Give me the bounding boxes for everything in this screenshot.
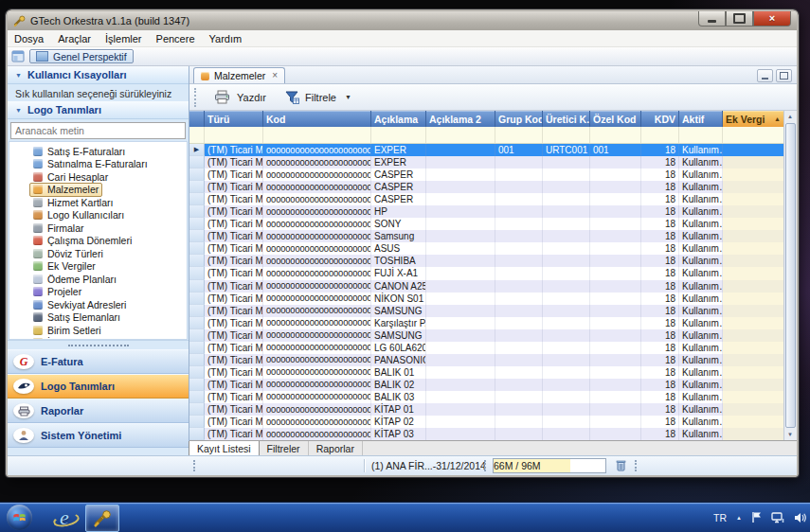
minimize-button[interactable]: [698, 11, 726, 27]
column-header-açıklama-2[interactable]: Açıklama 2: [426, 111, 495, 127]
table-row[interactable]: (TM) Ticari Mal000000000000000000000012H…: [189, 205, 784, 218]
scroll-up-icon[interactable]: ▲: [784, 111, 796, 122]
table-row[interactable]: (TM) Ticari Mal000000000000000000000011C…: [189, 193, 784, 205]
bottom-tab-filtreler[interactable]: Filtreler: [260, 441, 309, 455]
filter-cell[interactable]: [426, 127, 495, 143]
table-row[interactable]: ▶(TM) Ticari Mal000000000000000000000007…: [189, 144, 784, 156]
filter-button[interactable]: Filtrele ▼: [281, 89, 355, 106]
garbage-collect-button[interactable]: [616, 459, 626, 473]
sidebar-item-cari-hesaplar[interactable]: Cari Hesaplar: [9, 170, 187, 184]
sidebar-item-satış-e-faturaları[interactable]: Satış E-Faturaları: [9, 145, 187, 158]
filter-cell[interactable]: [371, 127, 426, 143]
sidebar-item-hizmet-kartları[interactable]: Hizmet Kartları: [9, 196, 187, 209]
table-row[interactable]: (TM) Ticari Mal000000000000000000000017F…: [189, 267, 784, 279]
column-header-özel-kod[interactable]: Özel Kod: [590, 111, 641, 127]
bottom-tab-raporlar[interactable]: Raporlar: [309, 441, 363, 455]
filter-cell[interactable]: [263, 127, 371, 143]
filter-dropdown-caret-icon[interactable]: ▼: [345, 94, 351, 100]
table-row[interactable]: (TM) Ticari Mal000000000000000000000014S…: [189, 230, 784, 242]
close-button[interactable]: ×: [753, 11, 791, 27]
column-header-grup-kodu[interactable]: Grup Kodu: [495, 111, 543, 127]
shortcuts-section-header[interactable]: ▼ Kullanıcı Kısayolları: [8, 66, 189, 84]
restore-view-button[interactable]: [776, 69, 792, 82]
filter-cell[interactable]: [679, 127, 723, 143]
table-row[interactable]: (TM) Ticari Mal000000000000000000000019N…: [189, 293, 784, 305]
scroll-down-icon[interactable]: ▼: [784, 429, 796, 440]
table-row[interactable]: (TM) Ticari Mal000000000000000000000024P…: [189, 354, 784, 366]
menu-item-dosya[interactable]: Dosya: [14, 33, 44, 44]
bottom-tab-kayıt-listesi[interactable]: Kayıt Listesi: [189, 441, 260, 455]
nav-button-e-fatura[interactable]: GE-Fatura: [8, 349, 189, 374]
table-row[interactable]: (TM) Ticari Mal000000000000000000000021K…: [189, 317, 784, 329]
filter-cell[interactable]: [205, 127, 263, 143]
genel-perspektif-button[interactable]: Genel Perspektif: [29, 49, 134, 63]
sidebar-item-satınalma-e-faturaları[interactable]: Satınalma E-Faturaları: [9, 158, 187, 171]
network-icon[interactable]: [771, 512, 784, 523]
table-row[interactable]: (TM) Ticari Mal000000000000000000000013S…: [189, 218, 784, 230]
nav-button-raporlar[interactable]: Raporlar: [8, 399, 189, 423]
maximize-button[interactable]: [726, 11, 753, 27]
table-row[interactable]: (TM) Ticari Mal000000000000000000000025B…: [189, 366, 784, 379]
filter-cell[interactable]: [590, 127, 641, 143]
menu-item-i̇şlemler[interactable]: İşlemler: [105, 33, 142, 44]
filter-cell[interactable]: [543, 127, 590, 143]
sidebar-item-ek-vergiler[interactable]: Ek Vergiler: [9, 260, 187, 274]
filter-cell[interactable]: [495, 127, 543, 143]
toolbar-drag-handle[interactable]: [194, 88, 199, 107]
sidebar-item-ödeme-planları[interactable]: Ödeme Planları: [9, 273, 187, 286]
table-row[interactable]: (TM) Ticari Mal000000000000000000000015A…: [189, 242, 784, 255]
table-row[interactable]: (TM) Ticari Mal000000000000000000000020S…: [189, 305, 784, 317]
menu-item-yardım[interactable]: Yardım: [209, 33, 243, 44]
sidebar-item-sevkiyat-adresleri[interactable]: Sevkiyat Adresleri: [9, 298, 187, 311]
window-titlebar[interactable]: GTech Orkestra v1.1a (build 1347) ×: [8, 11, 797, 30]
filter-cell[interactable]: [641, 127, 679, 143]
start-button[interactable]: [7, 505, 32, 530]
table-row[interactable]: (TM) Ticari Mal000000000000000000000029K…: [189, 416, 784, 428]
table-row[interactable]: (TM) Ticari Mal000000000000000000000026B…: [189, 379, 784, 391]
sidebar-item-malzemeler[interactable]: Malzemeler: [9, 184, 187, 197]
table-row[interactable]: (TM) Ticari Mal000000000000000000000027B…: [189, 391, 784, 403]
nav-button-logo-tanımları[interactable]: Logo Tanımları: [8, 374, 189, 399]
sidebar-item-birim-setleri[interactable]: Birim Setleri: [9, 324, 187, 337]
sidebar-item-firmalar[interactable]: Firmalar: [9, 222, 187, 235]
column-header-üretici-k-[interactable]: Üretici K...: [543, 111, 590, 127]
volume-icon[interactable]: [794, 512, 806, 523]
nav-button-sistem-yönetimi[interactable]: Sistem Yönetimi: [8, 423, 189, 448]
menu-item-pencere[interactable]: Pencere: [156, 33, 195, 44]
print-button[interactable]: Yazdır: [210, 88, 270, 106]
logo-definitions-section-header[interactable]: ▼ Logo Tanımları: [8, 101, 189, 119]
column-header-ek-vergi[interactable]: Ek Vergi▲: [723, 111, 784, 127]
filter-cell[interactable]: [723, 127, 784, 143]
search-input[interactable]: [10, 122, 186, 139]
table-row[interactable]: (TM) Ticari Mal000000000000000000000018C…: [189, 280, 784, 293]
sidebar-item-projeler[interactable]: Projeler: [9, 286, 187, 299]
sidebar-item-satış-elemanları[interactable]: Satış Elemanları: [9, 311, 187, 325]
internet-explorer-icon[interactable]: e: [52, 505, 77, 529]
table-row[interactable]: (TM) Ticari Mal000000000000000000000009C…: [189, 168, 784, 181]
vertical-scrollbar[interactable]: ▲ ▼: [783, 111, 797, 440]
column-header-aktif[interactable]: Aktif: [679, 111, 723, 127]
minimize-view-button[interactable]: [757, 69, 773, 82]
column-header-kdv[interactable]: KDV: [641, 111, 679, 127]
taskbar-orkestra-button[interactable]: [85, 505, 119, 532]
column-header-kod[interactable]: Kod: [263, 111, 371, 127]
perspective-switcher-icon[interactable]: [11, 50, 25, 62]
menu-item-araçlar[interactable]: Araçlar: [58, 33, 91, 44]
show-hidden-icons-icon[interactable]: ▲: [736, 515, 742, 521]
sidebar-item-döviz-türleri[interactable]: Döviz Türleri: [9, 247, 187, 260]
action-center-flag-icon[interactable]: [751, 511, 762, 523]
sidebar-item-logo-kullanıcıları[interactable]: Logo Kullanıcıları: [9, 209, 187, 222]
language-indicator[interactable]: TR: [713, 512, 727, 523]
sidebar-item-çalışma-dönemleri[interactable]: Çalışma Dönemleri: [9, 235, 187, 248]
tab-close-icon[interactable]: ×: [272, 71, 278, 80]
table-row[interactable]: (TM) Ticari Mal000000000000000000000030K…: [189, 428, 784, 440]
scrollbar-thumb[interactable]: [785, 123, 796, 428]
tab-malzemeler[interactable]: Malzemeler ×: [193, 67, 285, 83]
table-row[interactable]: (TM) Ticari Mal000000000000000000000016T…: [189, 255, 784, 267]
grid-auto-filter-row[interactable]: [189, 127, 784, 144]
splitter-handle[interactable]: [8, 340, 189, 349]
table-row[interactable]: (TM) Ticari Mal000000000000000000000010C…: [189, 181, 784, 193]
filter-cell[interactable]: [189, 127, 205, 143]
table-row[interactable]: (TM) Ticari Mal000000000000000000000028K…: [189, 403, 784, 416]
column-header-açıklama[interactable]: Açıklama: [371, 111, 426, 127]
